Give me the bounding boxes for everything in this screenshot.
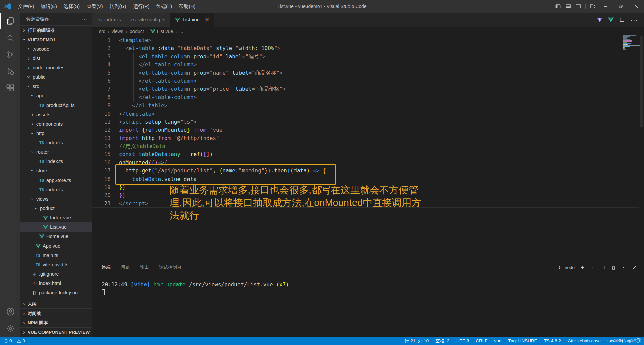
layout-panel-icon[interactable]	[563, 0, 573, 13]
status-item[interactable]: Attr: kebab-case	[568, 338, 601, 343]
minimap[interactable]	[623, 29, 641, 50]
code-line-13[interactable]: 13import http from "@/http/index"	[92, 134, 644, 142]
close-icon[interactable]	[632, 265, 637, 270]
status-item[interactable]: vue	[494, 338, 502, 343]
status-item[interactable]: CRLF	[476, 338, 487, 343]
trash-icon[interactable]	[611, 265, 616, 270]
tree-item-index.html[interactable]: <>index.html	[20, 279, 92, 288]
run-debug-icon[interactable]	[0, 63, 20, 80]
more-actions-icon[interactable]: ···	[81, 16, 88, 22]
tree-item-vite-env.d.ts[interactable]: TSvite-env.d.ts	[20, 260, 92, 269]
code-line-11[interactable]: 11<script setup lang="ts">	[92, 118, 644, 126]
status-error-icon[interactable]: 0	[3, 338, 12, 343]
restore-button[interactable]	[613, 0, 629, 13]
status-warning-icon[interactable]: 0	[17, 338, 25, 343]
tree-item-Home.vue[interactable]: Home.vue	[20, 232, 92, 241]
tree-item-src[interactable]: ›src	[20, 82, 92, 91]
breadcrumb-item-views[interactable]: views	[112, 29, 123, 34]
tree-item-List.vue[interactable]: List.vue	[20, 222, 92, 232]
terminal[interactable]: 20:12:49 [vite] hmr update /src/views/po…	[92, 273, 644, 297]
settings-gear-icon[interactable]	[0, 320, 20, 337]
vite-icon[interactable]	[597, 17, 603, 23]
tree-item-http[interactable]: ›http	[20, 129, 92, 138]
menu-item-6[interactable]: 终端(T)	[153, 4, 176, 9]
breadcrumb-item-poduct[interactable]: poduct	[130, 29, 144, 34]
vue-preview-icon[interactable]	[608, 17, 614, 22]
open-editors-section[interactable]: › 打开的编辑器	[20, 25, 92, 35]
menu-item-1[interactable]: 编辑(E)	[38, 4, 60, 9]
tree-item-index.ts[interactable]: TSindex.ts	[20, 157, 92, 166]
panel-tab-输出[interactable]: 输出	[140, 261, 149, 273]
bell-icon[interactable]	[636, 338, 641, 343]
layout-sidebar-right-icon[interactable]	[573, 0, 583, 13]
menu-item-3[interactable]: 查看(V)	[83, 4, 106, 9]
code-line-7[interactable]: 7 <el-table-column prop="price" label="商…	[92, 85, 644, 93]
menu-item-5[interactable]: 运行(R)	[129, 4, 153, 9]
tree-item-.vscode[interactable]: ›.vscode	[20, 44, 92, 54]
status-item[interactable]: 空格: 2	[435, 338, 449, 344]
status-item[interactable]: Tag: UNSURE	[508, 338, 537, 343]
project-section[interactable]: › VUE3DEMO1	[20, 35, 92, 44]
shell-selector[interactable]: ❯node	[557, 265, 575, 270]
code-line-5[interactable]: 5 <el-table-column prop="name" label="商品…	[92, 69, 644, 77]
breadcrumb-item-...[interactable]: ...	[179, 29, 183, 34]
files-icon[interactable]	[0, 13, 20, 29]
close-button[interactable]	[629, 0, 644, 13]
panel-tab-调试控制台[interactable]: 调试控制台	[159, 261, 182, 273]
source-control-icon[interactable]	[0, 46, 20, 63]
status-item[interactable]: 行 21, 列 10	[405, 338, 429, 344]
menu-item-0[interactable]: 文件(F)	[15, 4, 38, 9]
panel-tab-终端[interactable]: 终端	[102, 261, 111, 273]
ellipsis-icon[interactable]: ···	[630, 16, 638, 24]
menu-item-7[interactable]: 帮助(H)	[175, 4, 199, 9]
tree-item-public[interactable]: ›public	[20, 72, 92, 82]
status-item[interactable]: tsconfig.json	[607, 338, 633, 343]
status-item[interactable]: UTF-8	[456, 338, 469, 343]
tree-item-api[interactable]: ›api	[20, 91, 92, 100]
layout-sidebar-left-icon[interactable]	[553, 0, 563, 13]
tree-item-package-lock.json[interactable]: {}package-lock.json	[20, 288, 92, 297]
menu-item-4[interactable]: 转到(G)	[106, 4, 130, 9]
editor-body[interactable]: 1<template>2 <el-table :data="tableData"…	[92, 36, 644, 261]
code-line-6[interactable]: 6 </el-table-column>	[92, 77, 644, 85]
code-line-14[interactable]: 14//定义tableData	[92, 142, 644, 150]
search-icon[interactable]	[0, 29, 20, 46]
breadcrumb[interactable]: src›views›poduct›List.vue›...	[92, 27, 644, 36]
tree-item-appStore.ts[interactable]: TSappStore.ts	[20, 176, 92, 185]
section-大纲[interactable]: ›大纲	[20, 299, 92, 308]
account-icon[interactable]	[0, 303, 20, 320]
close-tab-icon[interactable]: ✕	[205, 17, 209, 23]
tree-item-node_modules[interactable]: ›node_modules	[20, 63, 92, 72]
tree-item-poduct[interactable]: ›poduct	[20, 204, 92, 213]
tree-item-dist[interactable]: ›dist	[20, 54, 92, 63]
code-line-3[interactable]: 3 <el-table-column prop="id" label="编号">	[92, 53, 644, 61]
breadcrumb-item-src[interactable]: src	[99, 29, 105, 34]
status-item[interactable]: TS 4.8.2	[544, 338, 561, 343]
tab-index.ts[interactable]: TSindex.ts	[92, 13, 126, 27]
code-line-2[interactable]: 2 <el-table :data="tableData" style="wid…	[92, 44, 644, 52]
tree-item-App.vue[interactable]: App.vue	[20, 241, 92, 251]
tree-item-assets[interactable]: ›assets	[20, 110, 92, 119]
code-line-8[interactable]: 8 </el-table-column>	[92, 93, 644, 101]
code-line-4[interactable]: 4 </el-table-column>	[92, 61, 644, 69]
tab-vite.config.ts[interactable]: TSvite.config.ts	[126, 13, 170, 27]
tree-item-views[interactable]: ›views	[20, 194, 92, 204]
menu-item-2[interactable]: 选择(S)	[60, 4, 83, 9]
tab-List.vue[interactable]: List.vue✕	[170, 13, 214, 27]
tree-item-store[interactable]: ›store	[20, 166, 92, 176]
tree-item-components[interactable]: ›components	[20, 119, 92, 129]
tree-item-index.ts[interactable]: TSindex.ts	[20, 185, 92, 194]
section-NPM 脚本[interactable]: ›NPM 脚本	[20, 318, 92, 327]
layout-customize-icon[interactable]	[588, 0, 598, 13]
tree-item-productApi.ts[interactable]: TSproductApi.ts	[20, 100, 92, 110]
editor-scrollbar[interactable]	[640, 36, 643, 127]
tree-item-router[interactable]: ›router	[20, 147, 92, 157]
panel-tab-问题[interactable]: 问题	[121, 261, 130, 273]
extensions-icon[interactable]	[0, 80, 20, 96]
chevron-up-icon[interactable]	[622, 265, 627, 270]
section-时间线[interactable]: ›时间线	[20, 308, 92, 318]
tree-item-Index.vue[interactable]: Index.vue	[20, 213, 92, 222]
code-line-15[interactable]: 15const tableData:any = ref([])	[92, 150, 644, 158]
split-editor-icon[interactable]	[619, 17, 625, 23]
plus-icon[interactable]	[580, 265, 585, 270]
